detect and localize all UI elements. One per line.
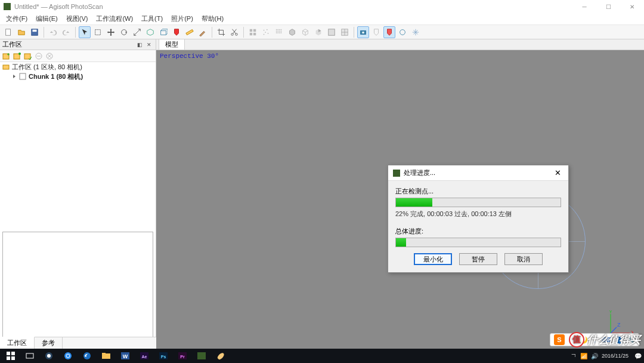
cut-icon[interactable] xyxy=(228,26,240,38)
menu-tools[interactable]: 工具(T) xyxy=(139,13,165,24)
remove-icon[interactable] xyxy=(45,52,54,60)
mesh-shaded-icon[interactable] xyxy=(312,26,324,38)
svg-rect-46 xyxy=(7,352,10,355)
tray-clock[interactable]: 2016/11/25 xyxy=(602,353,631,359)
tab-model[interactable]: 模型 xyxy=(159,39,185,50)
start-button[interactable] xyxy=(2,349,19,362)
workspace-panel-header: 工作区 ◧ ✕ xyxy=(0,39,156,50)
workspace-root-icon xyxy=(2,63,10,70)
tray-notifications-icon[interactable]: 💬 xyxy=(634,353,642,359)
sogou-icon[interactable]: S xyxy=(554,334,565,345)
menu-view[interactable]: 视图(V) xyxy=(64,13,91,24)
ime-settings-icon[interactable]: 🔧 xyxy=(627,336,635,344)
new-icon[interactable] xyxy=(2,26,14,38)
menu-help[interactable]: 帮助(H) xyxy=(199,13,226,24)
app-icon xyxy=(4,3,11,10)
enable-icon[interactable] xyxy=(24,52,32,60)
rect-select-icon[interactable] xyxy=(92,26,104,38)
paint-icon[interactable] xyxy=(212,349,229,362)
edge-icon[interactable] xyxy=(79,349,95,362)
minimize-button[interactable]: ─ xyxy=(572,0,596,13)
tab-reference[interactable]: 参考 xyxy=(35,337,63,349)
ime-keyboard-icon[interactable]: ⌨ xyxy=(602,336,611,344)
app1-icon[interactable] xyxy=(41,349,57,362)
disable-icon[interactable] xyxy=(35,52,43,60)
save-icon[interactable] xyxy=(29,26,41,38)
word-icon[interactable]: W xyxy=(117,349,134,362)
taskview-icon[interactable] xyxy=(21,349,38,362)
crop-icon[interactable] xyxy=(215,26,227,38)
redo-icon[interactable] xyxy=(60,26,72,38)
aftereffects-icon[interactable]: Ae xyxy=(136,349,153,362)
workspace-tree[interactable]: 工作区 (1 区块, 80 相机) Chunk 1 (80 相机) xyxy=(0,62,156,229)
undo-icon[interactable] xyxy=(47,26,59,38)
svg-rect-9 xyxy=(250,29,252,31)
draw-icon[interactable] xyxy=(197,26,209,38)
show-markers-icon[interactable] xyxy=(370,26,382,38)
grid-icon[interactable] xyxy=(247,26,259,38)
menu-edit[interactable]: 编辑(E) xyxy=(33,13,60,24)
open-icon[interactable] xyxy=(16,26,27,38)
volume-icon[interactable] xyxy=(157,26,169,38)
minimize-dialog-button[interactable]: 最小化 xyxy=(414,253,452,265)
ime-moon-icon[interactable]: 🌙 xyxy=(580,336,588,344)
show-cameras-icon[interactable] xyxy=(357,26,369,38)
photoscan-task-icon[interactable] xyxy=(193,349,210,362)
move-icon[interactable] xyxy=(105,26,117,38)
ruler-icon[interactable] xyxy=(184,26,196,38)
mesh-solid-icon[interactable] xyxy=(286,26,298,38)
scale-icon[interactable] xyxy=(131,26,143,38)
explorer-icon[interactable] xyxy=(98,349,114,362)
pause-button[interactable]: 暂停 xyxy=(459,253,497,265)
region-icon[interactable] xyxy=(144,26,156,38)
svg-point-29 xyxy=(281,32,282,33)
viewport-3d[interactable]: Perspective 30° X Y Z 处理进度... ✕ 正在 xyxy=(156,50,644,349)
ime-lang[interactable]: 中 xyxy=(569,336,576,344)
chevron-right-icon[interactable] xyxy=(12,74,17,79)
tray-up-icon[interactable]: ㄱ xyxy=(571,352,577,360)
maximize-button[interactable]: ☐ xyxy=(596,0,620,13)
tree-chunk[interactable]: Chunk 1 (80 相机) xyxy=(0,72,156,81)
texture-icon[interactable] xyxy=(326,26,338,38)
menubar: 文件(F) 编辑(E) 视图(V) 工作流程(W) 工具(T) 照片(P) 帮助… xyxy=(0,13,644,25)
photoshop-icon[interactable]: Ps xyxy=(155,349,172,362)
cancel-button[interactable]: 取消 xyxy=(504,253,543,265)
ime-punct[interactable]: ， xyxy=(592,336,598,344)
ortho-icon[interactable] xyxy=(339,26,351,38)
svg-rect-10 xyxy=(253,29,256,31)
app2-icon[interactable] xyxy=(60,349,76,362)
svg-point-20 xyxy=(279,29,280,30)
ime-toolbar[interactable]: S 中 🌙 ， ⌨ 👤 🔧 xyxy=(550,333,639,346)
console-panel xyxy=(2,232,153,346)
show-trackball-icon[interactable] xyxy=(397,26,408,38)
dense-icon[interactable] xyxy=(273,26,285,38)
add-photos-icon[interactable] xyxy=(13,52,21,60)
tray-volume-icon[interactable]: 🔊 xyxy=(591,353,598,359)
dialog-close-icon[interactable]: ✕ xyxy=(552,167,564,179)
svg-rect-55 xyxy=(102,353,110,359)
system-tray[interactable]: ㄱ 📶 🔊 2016/11/25 💬 xyxy=(571,352,642,360)
show-region-icon[interactable] xyxy=(383,26,395,38)
panel-close-icon[interactable]: ✕ xyxy=(145,41,153,49)
tab-workspace[interactable]: 工作区 xyxy=(0,337,35,349)
navigate-icon[interactable] xyxy=(79,26,91,38)
tree-root[interactable]: 工作区 (1 区块, 80 相机) xyxy=(0,62,156,72)
ime-user-icon[interactable]: 👤 xyxy=(615,336,623,344)
svg-text:Ae: Ae xyxy=(142,355,147,359)
menu-workflow[interactable]: 工作流程(W) xyxy=(94,13,135,24)
marker-icon[interactable] xyxy=(171,26,182,38)
menu-file[interactable]: 文件(F) xyxy=(4,13,30,24)
show-labels-icon[interactable] xyxy=(410,26,422,38)
menu-photo[interactable]: 照片(P) xyxy=(169,13,196,24)
pointcloud-icon[interactable] xyxy=(260,26,272,38)
svg-rect-48 xyxy=(7,356,10,360)
mesh-wire-icon[interactable] xyxy=(299,26,311,38)
add-chunk-icon[interactable] xyxy=(2,52,11,60)
close-button[interactable]: ✕ xyxy=(620,0,644,13)
step-progressbar xyxy=(395,198,561,207)
panel-float-icon[interactable]: ◧ xyxy=(135,41,144,49)
tray-network-icon[interactable]: 📶 xyxy=(580,353,587,359)
svg-point-22 xyxy=(276,30,277,32)
premiere-icon[interactable]: Pr xyxy=(174,349,191,362)
rotate-icon[interactable] xyxy=(118,26,130,38)
